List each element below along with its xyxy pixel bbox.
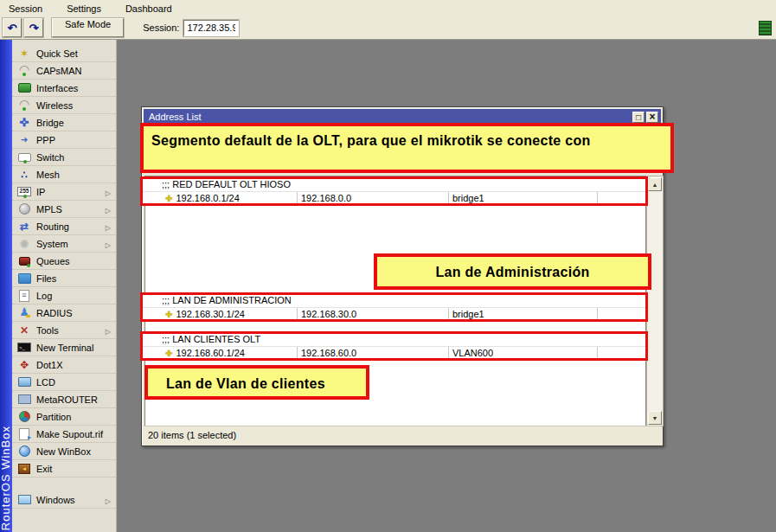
sidebar-item-label: MPLS (36, 204, 62, 215)
sidebar-item-label: Mesh (36, 170, 60, 180)
bridge-icon (17, 116, 31, 129)
queues-icon (17, 254, 31, 267)
redo-button[interactable] (24, 18, 43, 37)
sidebar-item-label: Windows (36, 495, 75, 505)
ip-icon (17, 185, 31, 198)
vertical-scrollbar[interactable] (646, 176, 664, 426)
sidebar-item-exit[interactable]: Exit (12, 460, 116, 478)
sidebar-item-wireless[interactable]: Wireless (12, 97, 116, 114)
safe-mode-button[interactable]: Safe Mode (52, 18, 124, 37)
address-value: 192.168.30.1/24 (176, 309, 245, 319)
radius-icon (17, 306, 31, 319)
sidebar-item-label: Quick Set (36, 48, 78, 59)
wireless-icon (17, 99, 31, 112)
interface-value: VLAN600 (448, 347, 597, 358)
sidebar-item-queues[interactable]: Queues (12, 253, 116, 270)
sidebar-item-windows[interactable]: Windows (12, 491, 116, 509)
submenu-arrow-icon (106, 239, 111, 249)
metarouter-icon (17, 393, 31, 406)
menu-settings[interactable]: Settings (65, 2, 103, 16)
interface-value: bridge1 (448, 308, 597, 319)
sidebar-item-partition[interactable]: Partition (12, 408, 116, 426)
sidebar-item-ppp[interactable]: PPP (12, 131, 116, 149)
close-button[interactable] (646, 112, 658, 123)
sidebar-item-tools[interactable]: Tools (12, 322, 116, 339)
mesh-icon (17, 168, 31, 181)
menu-session[interactable]: Session (7, 2, 44, 16)
partition-icon (17, 410, 31, 423)
tools-icon (17, 324, 31, 337)
sidebar-item-mesh[interactable]: Mesh (12, 166, 116, 183)
sidebar-item-metarouter[interactable]: MetaROUTER (12, 391, 116, 408)
sidebar-item-interfaces[interactable]: Interfaces (12, 80, 116, 97)
sidebar-item-new-terminal[interactable]: New Terminal (12, 339, 116, 356)
sidebar-item-files[interactable]: Files (12, 270, 116, 287)
sidebar-item-dot1x[interactable]: Dot1X (12, 356, 116, 374)
address-row[interactable]: 192.168.60.1/24 192.168.60.0 VLAN600 (143, 346, 645, 358)
submenu-arrow-icon (106, 495, 111, 505)
sidebar-item-switch[interactable]: Switch (12, 149, 116, 166)
comment-text: ;;; LAN DE ADMINISTRACION (162, 295, 292, 305)
sidebar-item-radius[interactable]: RADIUS (12, 304, 116, 322)
comment-row[interactable]: ;;; LAN DE ADMINISTRACION (143, 295, 645, 307)
address-group-red-default: ;;; RED DEFAULT OLT HIOSO 192.168.0.1/24… (140, 176, 648, 206)
sidebar-item-label: Exit (36, 464, 52, 474)
maximize-button[interactable] (632, 112, 645, 123)
brand-text: RouterOS WinBox (0, 426, 12, 530)
address-plus-icon (165, 309, 172, 320)
status-bar: 20 items (1 selected) (144, 426, 661, 443)
sidebar-item-label: Switch (36, 152, 64, 163)
sidebar-item-label: MetaROUTER (36, 394, 98, 405)
sidebar-item-capsman[interactable]: CAPsMAN (12, 62, 116, 80)
sidebar-item-ip[interactable]: IP (12, 183, 116, 201)
terminal-icon (17, 341, 31, 354)
sidebar-item-label: Tools (36, 325, 59, 336)
annotation-lan-administracion: Lan de Administración (374, 253, 651, 290)
mpls-icon (17, 202, 31, 215)
sidebar-item-label: IP (36, 187, 45, 197)
comment-text: ;;; RED DEFAULT OLT HIOSO (162, 179, 291, 189)
address-group-lan-admin: ;;; LAN DE ADMINISTRACION 192.168.30.1/2… (140, 292, 648, 322)
menubar: Session Settings Dashboard (0, 0, 776, 16)
submenu-arrow-icon (106, 204, 111, 215)
sidebar-item-make-supout[interactable]: Make Supout.rif (12, 426, 116, 443)
sidebar-item-system[interactable]: System (12, 235, 116, 253)
annotation-segmento-default: Segmento default de la OLT, para que el … (140, 123, 674, 173)
comment-text: ;;; LAN CLIENTES OLT (162, 334, 260, 344)
sidebar-item-bridge[interactable]: Bridge (12, 114, 116, 131)
sidebar-item-mpls[interactable]: MPLS (12, 201, 116, 218)
empty-cell (597, 347, 645, 358)
sidebar-item-label: Bridge (36, 118, 64, 128)
redo-icon (29, 22, 39, 35)
undo-button[interactable] (3, 18, 22, 37)
address-row[interactable]: 192.168.30.1/24 192.168.30.0 bridge1 (143, 307, 645, 319)
address-value: 192.168.0.1/24 (176, 193, 239, 203)
sidebar-item-new-winbox[interactable]: New WinBox (12, 443, 116, 460)
sidebar-item-label: LCD (36, 377, 55, 388)
empty-cell (597, 192, 645, 203)
annotation-lan-vlan-clientes: Lan de Vlan de clientes (144, 365, 369, 400)
network-value: 192.168.60.0 (297, 347, 448, 358)
address-plus-icon (165, 193, 172, 204)
sidebar-item-label: Routing (36, 221, 69, 232)
sidebar-item-routing[interactable]: Routing (12, 218, 116, 235)
address-value: 192.168.60.1/24 (176, 348, 245, 358)
ppp-icon (17, 133, 31, 146)
address-row[interactable]: 192.168.0.1/24 192.168.0.0 bridge1 (143, 191, 645, 203)
sidebar-item-label: Files (36, 273, 56, 284)
sidebar-item-log[interactable]: Log (12, 287, 116, 304)
menu-dashboard[interactable]: Dashboard (124, 2, 174, 16)
network-value: 192.168.30.0 (297, 308, 448, 319)
submenu-arrow-icon (106, 221, 111, 232)
sidebar-item-label: Wireless (36, 100, 73, 111)
session-input[interactable] (183, 20, 239, 36)
sidebar-item-quick-set[interactable]: Quick Set (12, 45, 116, 62)
comment-row[interactable]: ;;; RED DEFAULT OLT HIOSO (143, 179, 645, 191)
routeros-brand-strip: RouterOS WinBox (0, 40, 12, 532)
interface-value: bridge1 (448, 192, 597, 203)
scroll-down-button[interactable] (648, 411, 662, 425)
scroll-up-button[interactable] (648, 177, 662, 191)
sidebar-item-lcd[interactable]: LCD (12, 374, 116, 391)
comment-row[interactable]: ;;; LAN CLIENTES OLT (143, 334, 645, 346)
sidebar-item-label: New Terminal (36, 343, 93, 353)
